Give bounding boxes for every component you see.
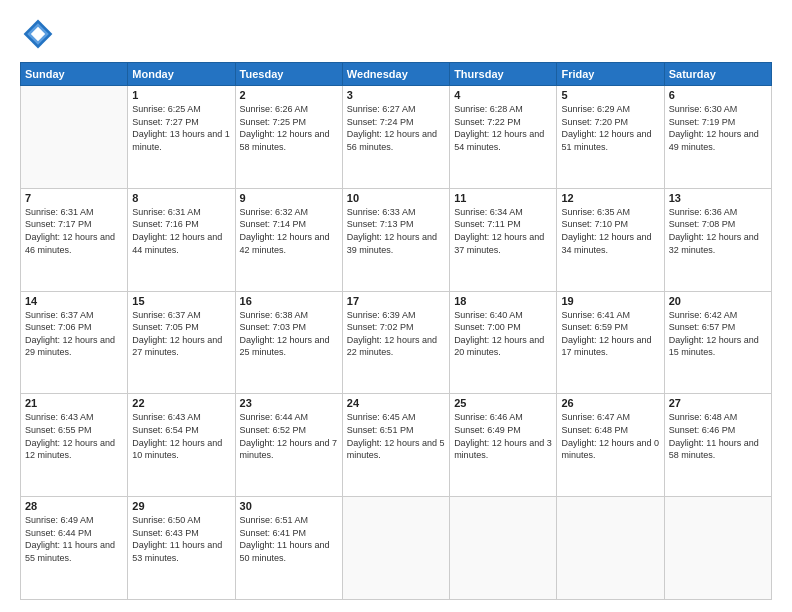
daylight-text: Daylight: 12 hours and 7 minutes. bbox=[240, 438, 338, 461]
sunset-text: Sunset: 6:54 PM bbox=[132, 425, 199, 435]
day-cell bbox=[450, 497, 557, 600]
sunrise-text: Sunrise: 6:45 AM bbox=[347, 412, 416, 422]
sunrise-text: Sunrise: 6:48 AM bbox=[669, 412, 738, 422]
day-cell: 19Sunrise: 6:41 AMSunset: 6:59 PMDayligh… bbox=[557, 291, 664, 394]
sunset-text: Sunset: 7:20 PM bbox=[561, 117, 628, 127]
day-cell: 3Sunrise: 6:27 AMSunset: 7:24 PMDaylight… bbox=[342, 86, 449, 189]
day-cell: 14Sunrise: 6:37 AMSunset: 7:06 PMDayligh… bbox=[21, 291, 128, 394]
sunset-text: Sunset: 6:48 PM bbox=[561, 425, 628, 435]
day-number: 16 bbox=[240, 295, 338, 307]
day-cell: 9Sunrise: 6:32 AMSunset: 7:14 PMDaylight… bbox=[235, 188, 342, 291]
day-number: 10 bbox=[347, 192, 445, 204]
daylight-text: Daylight: 12 hours and 12 minutes. bbox=[25, 438, 115, 461]
sunset-text: Sunset: 7:03 PM bbox=[240, 322, 307, 332]
day-cell: 18Sunrise: 6:40 AMSunset: 7:00 PMDayligh… bbox=[450, 291, 557, 394]
daylight-text: Daylight: 11 hours and 55 minutes. bbox=[25, 540, 115, 563]
sunset-text: Sunset: 6:49 PM bbox=[454, 425, 521, 435]
day-cell: 12Sunrise: 6:35 AMSunset: 7:10 PMDayligh… bbox=[557, 188, 664, 291]
sunset-text: Sunset: 7:13 PM bbox=[347, 219, 414, 229]
day-header-friday: Friday bbox=[557, 63, 664, 86]
day-number: 17 bbox=[347, 295, 445, 307]
day-info: Sunrise: 6:32 AMSunset: 7:14 PMDaylight:… bbox=[240, 206, 338, 256]
day-number: 27 bbox=[669, 397, 767, 409]
day-header-sunday: Sunday bbox=[21, 63, 128, 86]
day-number: 29 bbox=[132, 500, 230, 512]
day-info: Sunrise: 6:42 AMSunset: 6:57 PMDaylight:… bbox=[669, 309, 767, 359]
sunrise-text: Sunrise: 6:27 AM bbox=[347, 104, 416, 114]
day-cell: 5Sunrise: 6:29 AMSunset: 7:20 PMDaylight… bbox=[557, 86, 664, 189]
sunrise-text: Sunrise: 6:26 AM bbox=[240, 104, 309, 114]
week-row-2: 7Sunrise: 6:31 AMSunset: 7:17 PMDaylight… bbox=[21, 188, 772, 291]
daylight-text: Daylight: 12 hours and 51 minutes. bbox=[561, 129, 651, 152]
day-number: 19 bbox=[561, 295, 659, 307]
day-cell: 13Sunrise: 6:36 AMSunset: 7:08 PMDayligh… bbox=[664, 188, 771, 291]
daylight-text: Daylight: 11 hours and 50 minutes. bbox=[240, 540, 330, 563]
day-number: 6 bbox=[669, 89, 767, 101]
day-number: 21 bbox=[25, 397, 123, 409]
day-info: Sunrise: 6:40 AMSunset: 7:00 PMDaylight:… bbox=[454, 309, 552, 359]
day-number: 12 bbox=[561, 192, 659, 204]
day-cell: 26Sunrise: 6:47 AMSunset: 6:48 PMDayligh… bbox=[557, 394, 664, 497]
day-number: 4 bbox=[454, 89, 552, 101]
sunset-text: Sunset: 6:59 PM bbox=[561, 322, 628, 332]
daylight-text: Daylight: 12 hours and 54 minutes. bbox=[454, 129, 544, 152]
sunrise-text: Sunrise: 6:31 AM bbox=[132, 207, 201, 217]
sunset-text: Sunset: 6:46 PM bbox=[669, 425, 736, 435]
sunrise-text: Sunrise: 6:41 AM bbox=[561, 310, 630, 320]
daylight-text: Daylight: 12 hours and 5 minutes. bbox=[347, 438, 445, 461]
sunrise-text: Sunrise: 6:29 AM bbox=[561, 104, 630, 114]
week-row-5: 28Sunrise: 6:49 AMSunset: 6:44 PMDayligh… bbox=[21, 497, 772, 600]
day-number: 2 bbox=[240, 89, 338, 101]
sunrise-text: Sunrise: 6:50 AM bbox=[132, 515, 201, 525]
sunrise-text: Sunrise: 6:25 AM bbox=[132, 104, 201, 114]
sunset-text: Sunset: 7:14 PM bbox=[240, 219, 307, 229]
sunset-text: Sunset: 6:57 PM bbox=[669, 322, 736, 332]
header bbox=[20, 16, 772, 52]
day-cell: 20Sunrise: 6:42 AMSunset: 6:57 PMDayligh… bbox=[664, 291, 771, 394]
daylight-text: Daylight: 12 hours and 10 minutes. bbox=[132, 438, 222, 461]
sunrise-text: Sunrise: 6:32 AM bbox=[240, 207, 309, 217]
daylight-text: Daylight: 12 hours and 25 minutes. bbox=[240, 335, 330, 358]
day-info: Sunrise: 6:27 AMSunset: 7:24 PMDaylight:… bbox=[347, 103, 445, 153]
day-number: 3 bbox=[347, 89, 445, 101]
daylight-text: Daylight: 12 hours and 29 minutes. bbox=[25, 335, 115, 358]
sunset-text: Sunset: 7:11 PM bbox=[454, 219, 521, 229]
day-cell bbox=[557, 497, 664, 600]
day-number: 23 bbox=[240, 397, 338, 409]
day-info: Sunrise: 6:50 AMSunset: 6:43 PMDaylight:… bbox=[132, 514, 230, 564]
day-cell: 24Sunrise: 6:45 AMSunset: 6:51 PMDayligh… bbox=[342, 394, 449, 497]
daylight-text: Daylight: 12 hours and 39 minutes. bbox=[347, 232, 437, 255]
sunrise-text: Sunrise: 6:42 AM bbox=[669, 310, 738, 320]
sunset-text: Sunset: 6:51 PM bbox=[347, 425, 414, 435]
daylight-text: Daylight: 13 hours and 1 minute. bbox=[132, 129, 230, 152]
day-info: Sunrise: 6:43 AMSunset: 6:54 PMDaylight:… bbox=[132, 411, 230, 461]
sunrise-text: Sunrise: 6:28 AM bbox=[454, 104, 523, 114]
sunrise-text: Sunrise: 6:47 AM bbox=[561, 412, 630, 422]
day-cell: 7Sunrise: 6:31 AMSunset: 7:17 PMDaylight… bbox=[21, 188, 128, 291]
day-number: 24 bbox=[347, 397, 445, 409]
day-cell: 29Sunrise: 6:50 AMSunset: 6:43 PMDayligh… bbox=[128, 497, 235, 600]
day-cell: 10Sunrise: 6:33 AMSunset: 7:13 PMDayligh… bbox=[342, 188, 449, 291]
day-number: 1 bbox=[132, 89, 230, 101]
day-number: 13 bbox=[669, 192, 767, 204]
sunrise-text: Sunrise: 6:43 AM bbox=[132, 412, 201, 422]
sunrise-text: Sunrise: 6:37 AM bbox=[25, 310, 94, 320]
sunrise-text: Sunrise: 6:36 AM bbox=[669, 207, 738, 217]
day-cell: 4Sunrise: 6:28 AMSunset: 7:22 PMDaylight… bbox=[450, 86, 557, 189]
sunset-text: Sunset: 7:08 PM bbox=[669, 219, 736, 229]
day-info: Sunrise: 6:37 AMSunset: 7:05 PMDaylight:… bbox=[132, 309, 230, 359]
day-cell: 17Sunrise: 6:39 AMSunset: 7:02 PMDayligh… bbox=[342, 291, 449, 394]
day-number: 15 bbox=[132, 295, 230, 307]
day-cell bbox=[664, 497, 771, 600]
day-info: Sunrise: 6:30 AMSunset: 7:19 PMDaylight:… bbox=[669, 103, 767, 153]
sunrise-text: Sunrise: 6:49 AM bbox=[25, 515, 94, 525]
week-row-4: 21Sunrise: 6:43 AMSunset: 6:55 PMDayligh… bbox=[21, 394, 772, 497]
day-cell: 16Sunrise: 6:38 AMSunset: 7:03 PMDayligh… bbox=[235, 291, 342, 394]
sunset-text: Sunset: 6:52 PM bbox=[240, 425, 307, 435]
daylight-text: Daylight: 12 hours and 37 minutes. bbox=[454, 232, 544, 255]
day-info: Sunrise: 6:43 AMSunset: 6:55 PMDaylight:… bbox=[25, 411, 123, 461]
week-row-3: 14Sunrise: 6:37 AMSunset: 7:06 PMDayligh… bbox=[21, 291, 772, 394]
day-cell: 2Sunrise: 6:26 AMSunset: 7:25 PMDaylight… bbox=[235, 86, 342, 189]
sunrise-text: Sunrise: 6:43 AM bbox=[25, 412, 94, 422]
day-cell: 1Sunrise: 6:25 AMSunset: 7:27 PMDaylight… bbox=[128, 86, 235, 189]
